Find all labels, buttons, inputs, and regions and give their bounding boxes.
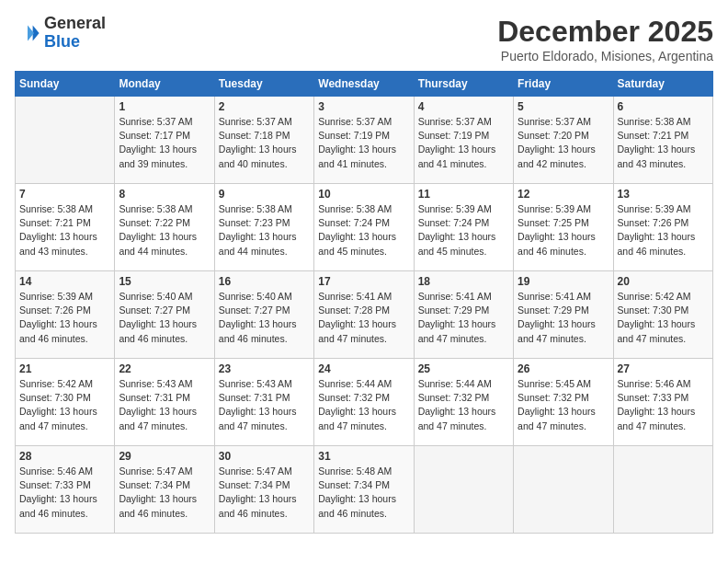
day-number: 25 (418, 362, 509, 375)
day-number: 8 (119, 188, 210, 201)
day-info: Sunrise: 5:37 AMSunset: 7:20 PMDaylight:… (518, 115, 609, 171)
day-number: 22 (119, 362, 210, 375)
day-info: Sunrise: 5:48 AMSunset: 7:34 PMDaylight:… (318, 465, 409, 521)
calendar-cell (414, 446, 513, 534)
calendar-cell: 11Sunrise: 5:39 AMSunset: 7:24 PMDayligh… (414, 184, 513, 271)
day-number: 11 (418, 188, 509, 201)
day-number: 5 (518, 100, 609, 113)
calendar-cell: 12Sunrise: 5:39 AMSunset: 7:25 PMDayligh… (514, 184, 613, 271)
calendar-cell: 23Sunrise: 5:43 AMSunset: 7:31 PMDayligh… (214, 359, 313, 446)
day-number: 18 (418, 275, 509, 288)
day-info: Sunrise: 5:37 AMSunset: 7:18 PMDaylight:… (219, 115, 310, 171)
day-info: Sunrise: 5:37 AMSunset: 7:19 PMDaylight:… (318, 115, 409, 171)
day-info: Sunrise: 5:41 AMSunset: 7:29 PMDaylight:… (418, 290, 509, 346)
day-info: Sunrise: 5:37 AMSunset: 7:19 PMDaylight:… (418, 115, 509, 171)
page-header: General Blue December 2025 Puerto Eldora… (15, 15, 713, 63)
calendar-cell: 7Sunrise: 5:38 AMSunset: 7:21 PMDaylight… (16, 184, 115, 271)
calendar-cell: 30Sunrise: 5:47 AMSunset: 7:34 PMDayligh… (214, 446, 313, 534)
day-info: Sunrise: 5:39 AMSunset: 7:26 PMDaylight:… (19, 290, 110, 346)
calendar-cell: 29Sunrise: 5:47 AMSunset: 7:34 PMDayligh… (115, 446, 214, 534)
day-info: Sunrise: 5:38 AMSunset: 7:22 PMDaylight:… (119, 202, 210, 259)
day-info: Sunrise: 5:47 AMSunset: 7:34 PMDaylight:… (119, 465, 210, 521)
day-number: 15 (119, 275, 210, 288)
calendar-cell: 10Sunrise: 5:38 AMSunset: 7:24 PMDayligh… (314, 184, 414, 271)
calendar-cell: 18Sunrise: 5:41 AMSunset: 7:29 PMDayligh… (414, 271, 513, 359)
calendar-cell: 13Sunrise: 5:39 AMSunset: 7:26 PMDayligh… (613, 184, 712, 271)
calendar-cell (16, 97, 115, 184)
calendar-cell: 4Sunrise: 5:37 AMSunset: 7:19 PMDaylight… (414, 97, 513, 184)
calendar-cell: 22Sunrise: 5:43 AMSunset: 7:31 PMDayligh… (115, 359, 214, 446)
day-info: Sunrise: 5:45 AMSunset: 7:32 PMDaylight:… (518, 377, 609, 433)
calendar-cell: 14Sunrise: 5:39 AMSunset: 7:26 PMDayligh… (16, 271, 115, 359)
calendar-cell: 19Sunrise: 5:41 AMSunset: 7:29 PMDayligh… (514, 271, 613, 359)
calendar-cell: 21Sunrise: 5:42 AMSunset: 7:30 PMDayligh… (16, 359, 115, 446)
month-title: December 2025 (497, 15, 713, 49)
calendar-cell: 9Sunrise: 5:38 AMSunset: 7:23 PMDaylight… (214, 184, 313, 271)
title-block: December 2025 Puerto Eldorado, Misiones,… (497, 15, 713, 63)
day-info: Sunrise: 5:39 AMSunset: 7:24 PMDaylight:… (418, 202, 509, 259)
day-number: 2 (219, 100, 310, 113)
calendar-week-row: 14Sunrise: 5:39 AMSunset: 7:26 PMDayligh… (16, 271, 713, 359)
day-number: 20 (618, 275, 709, 288)
day-of-week-header: Sunday (16, 72, 115, 97)
day-info: Sunrise: 5:46 AMSunset: 7:33 PMDaylight:… (19, 465, 110, 521)
day-number: 28 (19, 450, 110, 463)
day-info: Sunrise: 5:44 AMSunset: 7:32 PMDaylight:… (418, 377, 509, 433)
calendar-table: SundayMondayTuesdayWednesdayThursdayFrid… (15, 71, 713, 534)
calendar-week-row: 21Sunrise: 5:42 AMSunset: 7:30 PMDayligh… (16, 359, 713, 446)
day-number: 13 (618, 188, 709, 201)
day-of-week-header: Saturday (613, 72, 712, 97)
day-info: Sunrise: 5:39 AMSunset: 7:26 PMDaylight:… (618, 202, 709, 259)
logo-icon (15, 20, 40, 46)
day-number: 10 (318, 188, 409, 201)
calendar-cell (613, 446, 712, 534)
calendar-cell: 25Sunrise: 5:44 AMSunset: 7:32 PMDayligh… (414, 359, 513, 446)
day-number: 27 (618, 362, 709, 375)
day-number: 12 (518, 188, 609, 201)
day-number: 19 (518, 275, 609, 288)
day-number: 1 (119, 100, 210, 113)
calendar-cell: 5Sunrise: 5:37 AMSunset: 7:20 PMDaylight… (514, 97, 613, 184)
day-info: Sunrise: 5:46 AMSunset: 7:33 PMDaylight:… (618, 377, 709, 433)
day-number: 23 (219, 362, 310, 375)
day-number: 21 (19, 362, 110, 375)
day-number: 6 (618, 100, 709, 113)
calendar-week-row: 7Sunrise: 5:38 AMSunset: 7:21 PMDaylight… (16, 184, 713, 271)
day-info: Sunrise: 5:38 AMSunset: 7:24 PMDaylight:… (318, 202, 409, 259)
day-of-week-header: Wednesday (314, 72, 414, 97)
day-info: Sunrise: 5:39 AMSunset: 7:25 PMDaylight:… (518, 202, 609, 259)
day-number: 4 (418, 100, 509, 113)
calendar-cell: 3Sunrise: 5:37 AMSunset: 7:19 PMDaylight… (314, 97, 414, 184)
calendar-cell: 28Sunrise: 5:46 AMSunset: 7:33 PMDayligh… (16, 446, 115, 534)
day-info: Sunrise: 5:44 AMSunset: 7:32 PMDaylight:… (318, 377, 409, 433)
logo-blue: Blue (44, 32, 80, 51)
day-of-week-header: Friday (514, 72, 613, 97)
day-info: Sunrise: 5:41 AMSunset: 7:28 PMDaylight:… (318, 290, 409, 346)
day-number: 14 (19, 275, 110, 288)
calendar-cell: 1Sunrise: 5:37 AMSunset: 7:17 PMDaylight… (115, 97, 214, 184)
logo-general: General (44, 14, 106, 32)
calendar-cell: 16Sunrise: 5:40 AMSunset: 7:27 PMDayligh… (214, 271, 313, 359)
calendar-cell: 20Sunrise: 5:42 AMSunset: 7:30 PMDayligh… (613, 271, 712, 359)
logo-text: General Blue (44, 15, 106, 52)
day-info: Sunrise: 5:38 AMSunset: 7:23 PMDaylight:… (219, 202, 310, 259)
day-number: 3 (318, 100, 409, 113)
calendar-cell: 8Sunrise: 5:38 AMSunset: 7:22 PMDaylight… (115, 184, 214, 271)
day-number: 9 (219, 188, 310, 201)
day-number: 16 (219, 275, 310, 288)
calendar-week-row: 1Sunrise: 5:37 AMSunset: 7:17 PMDaylight… (16, 97, 713, 184)
calendar-cell: 31Sunrise: 5:48 AMSunset: 7:34 PMDayligh… (314, 446, 414, 534)
location: Puerto Eldorado, Misiones, Argentina (497, 49, 713, 63)
calendar-cell: 6Sunrise: 5:38 AMSunset: 7:21 PMDaylight… (613, 97, 712, 184)
day-of-week-header: Thursday (414, 72, 513, 97)
day-number: 7 (19, 188, 110, 201)
day-info: Sunrise: 5:41 AMSunset: 7:29 PMDaylight:… (518, 290, 609, 346)
day-number: 29 (119, 450, 210, 463)
calendar-cell: 24Sunrise: 5:44 AMSunset: 7:32 PMDayligh… (314, 359, 414, 446)
day-number: 26 (518, 362, 609, 375)
day-number: 24 (318, 362, 409, 375)
day-of-week-header: Tuesday (214, 72, 313, 97)
calendar-cell: 17Sunrise: 5:41 AMSunset: 7:28 PMDayligh… (314, 271, 414, 359)
day-number: 31 (318, 450, 409, 463)
day-number: 17 (318, 275, 409, 288)
